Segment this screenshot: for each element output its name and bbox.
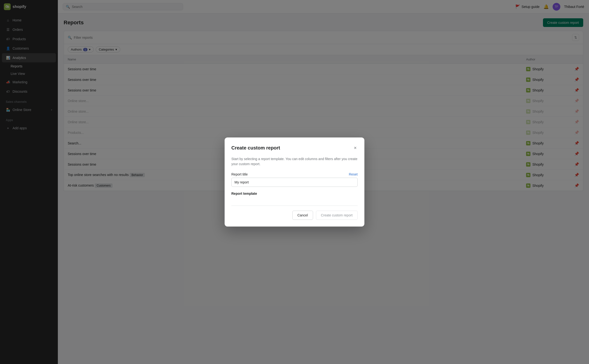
create-report-button[interactable]: Create custom report (316, 211, 358, 220)
modal-overlay: Create custom report × Start by selectin… (0, 0, 589, 364)
report-title-input[interactable] (231, 178, 358, 187)
modal-field-label-row: Report title Reset (231, 172, 358, 176)
modal-title: Create custom report (231, 145, 280, 151)
template-section-title: Report template (231, 192, 358, 195)
modal-footer: Cancel Create custom report (231, 206, 358, 220)
reset-button[interactable]: Reset (349, 172, 358, 176)
modal-description: Start by selecting a report template. Yo… (231, 156, 358, 167)
modal-close-button[interactable]: × (353, 144, 358, 152)
modal-header: Create custom report × (231, 144, 358, 152)
report-title-label: Report title (231, 172, 248, 176)
cancel-button[interactable]: Cancel (292, 211, 313, 220)
create-report-modal: Create custom report × Start by selectin… (225, 137, 364, 227)
